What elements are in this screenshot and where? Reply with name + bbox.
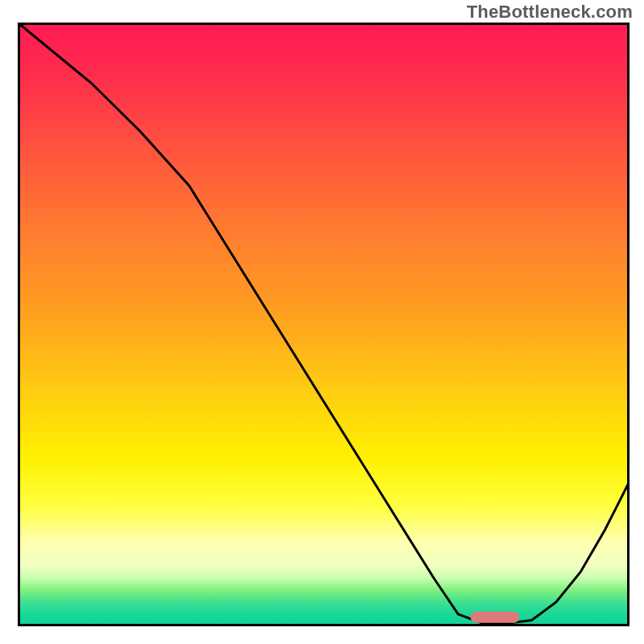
optimal-zone-marker [470,612,519,623]
plot-area [18,23,630,626]
bottleneck-curve [18,23,630,623]
chart-overlay-svg [18,23,630,626]
watermark-text: TheBottleneck.com [467,2,633,23]
chart-container: TheBottleneck.com [0,0,644,644]
